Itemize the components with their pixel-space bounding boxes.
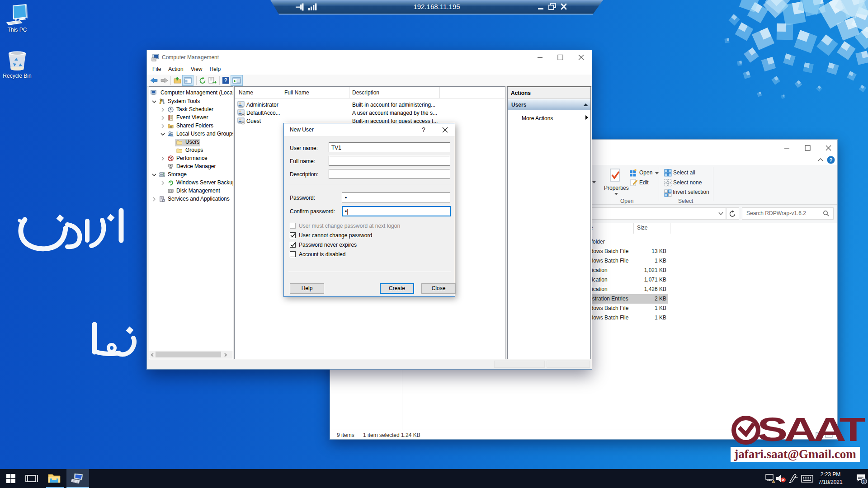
svg-text:SAAT: SAAT [757, 410, 865, 446]
svg-text:1: 1 [863, 479, 865, 484]
svg-text:?: ? [224, 77, 227, 84]
svg-text:?: ? [829, 157, 832, 164]
svg-text:23: 23 [170, 126, 173, 128]
